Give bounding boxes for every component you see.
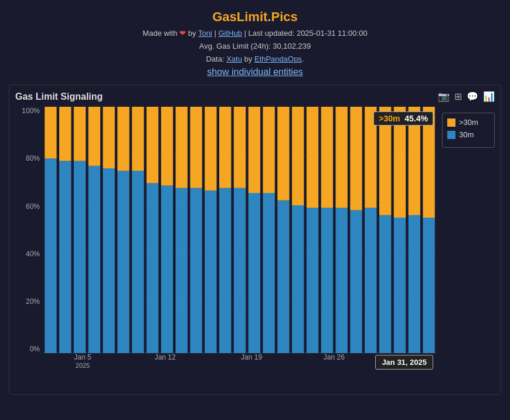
svg-rect-54 bbox=[277, 201, 289, 353]
svg-rect-40 bbox=[205, 107, 216, 191]
svg-rect-30 bbox=[161, 186, 173, 354]
chat-icon[interactable]: 💬 bbox=[467, 91, 478, 102]
svg-rect-49 bbox=[249, 107, 260, 193]
legend-color-blue bbox=[447, 131, 455, 139]
svg-rect-64 bbox=[321, 107, 333, 208]
svg-rect-13 bbox=[74, 107, 86, 161]
svg-rect-57 bbox=[292, 205, 304, 353]
svg-rect-37 bbox=[190, 107, 202, 188]
author-link[interactable]: Toni bbox=[198, 29, 212, 38]
svg-rect-67 bbox=[336, 107, 348, 208]
avg-gas-text: Avg. Gas Limit (24h): 30,102,239 bbox=[199, 42, 311, 50]
chart-container: Gas Limit Signaling 📷 ⊞ 💬 📊 100% 80% 60%… bbox=[9, 84, 501, 395]
x-label-jan5: Jan 52025 bbox=[74, 353, 91, 370]
svg-rect-15 bbox=[89, 166, 100, 353]
svg-rect-18 bbox=[103, 168, 114, 353]
x-label-jan12: Jan 12 bbox=[155, 353, 176, 361]
github-link[interactable]: GitHub bbox=[218, 29, 242, 38]
x-label-jan19: Jan 19 bbox=[241, 353, 262, 361]
y-label-20: 20% bbox=[15, 297, 43, 306]
svg-rect-34 bbox=[176, 107, 188, 188]
svg-rect-31 bbox=[161, 107, 173, 185]
last-updated: Last updated: 2025-01-31 11:00:00 bbox=[249, 29, 368, 38]
svg-rect-36 bbox=[190, 188, 202, 353]
svg-rect-9 bbox=[59, 161, 71, 354]
y-axis: 100% 80% 60% 40% 20% 0% bbox=[15, 107, 43, 353]
bar-icon[interactable]: 📊 bbox=[483, 91, 495, 102]
site-title: GasLimit.Pics bbox=[9, 9, 501, 25]
x-label-jan26: Jan 26 bbox=[324, 353, 345, 361]
y-label-60: 60% bbox=[15, 202, 43, 211]
svg-rect-45 bbox=[234, 188, 246, 353]
svg-rect-10 bbox=[59, 107, 71, 161]
y-label-80: 80% bbox=[15, 154, 43, 162]
tooltip-value: 45.4% bbox=[404, 114, 428, 123]
chart-title: Gas Limit Signaling bbox=[15, 92, 103, 102]
camera-icon[interactable]: 📷 bbox=[438, 91, 450, 102]
by2-text: by bbox=[244, 55, 253, 63]
tooltip-box: >30m 45.4% bbox=[373, 111, 433, 126]
by-text: by bbox=[188, 29, 196, 38]
svg-rect-69 bbox=[350, 211, 362, 354]
svg-rect-63 bbox=[321, 208, 333, 353]
svg-rect-72 bbox=[365, 208, 376, 353]
xatu-link[interactable]: Xatu bbox=[226, 55, 242, 63]
svg-rect-70 bbox=[350, 107, 362, 210]
svg-rect-22 bbox=[117, 107, 129, 171]
y-label-0: 0% bbox=[15, 345, 43, 353]
svg-rect-42 bbox=[219, 188, 231, 353]
show-entities-wrap: show individual entities bbox=[9, 67, 501, 77]
ethpanda-link[interactable]: EthPandaOps bbox=[254, 55, 302, 63]
svg-rect-33 bbox=[176, 188, 188, 353]
chart-legend: >30m 30m bbox=[442, 113, 495, 148]
svg-rect-7 bbox=[45, 107, 56, 158]
made-with-text: Made with bbox=[142, 29, 177, 38]
svg-rect-43 bbox=[219, 107, 231, 188]
svg-rect-81 bbox=[409, 215, 420, 353]
chart-area: 100% 80% 60% 40% 20% 0% >30m 45.4% bbox=[15, 107, 495, 388]
legend-label-orange: >30m bbox=[459, 118, 478, 127]
svg-rect-16 bbox=[89, 107, 100, 166]
data-line: Data: Xatu by EthPandaOps. bbox=[9, 53, 501, 66]
heart-icon: ❤ bbox=[179, 29, 186, 38]
svg-rect-78 bbox=[394, 218, 406, 353]
svg-rect-6 bbox=[45, 158, 56, 353]
svg-rect-28 bbox=[147, 107, 158, 183]
svg-rect-12 bbox=[74, 161, 86, 354]
y-label-40: 40% bbox=[15, 250, 43, 258]
svg-rect-55 bbox=[277, 107, 289, 201]
svg-rect-48 bbox=[249, 193, 260, 353]
svg-rect-39 bbox=[205, 191, 216, 353]
svg-rect-27 bbox=[147, 183, 158, 353]
legend-item-orange: >30m bbox=[447, 118, 489, 127]
y-label-100: 100% bbox=[15, 107, 43, 115]
date-tooltip: Jan 31, 2025 bbox=[375, 355, 433, 370]
legend-color-orange bbox=[447, 118, 455, 127]
data-label: Data: bbox=[206, 55, 224, 63]
svg-rect-58 bbox=[292, 107, 304, 205]
svg-rect-75 bbox=[379, 215, 391, 353]
svg-rect-52 bbox=[263, 107, 274, 193]
subtitle-line1: Made with ❤ by Toni | GitHub | Last upda… bbox=[9, 27, 501, 40]
show-entities-link[interactable]: show individual entities bbox=[207, 67, 303, 77]
svg-rect-61 bbox=[307, 107, 318, 208]
svg-rect-66 bbox=[336, 208, 348, 353]
avg-gas-line: Avg. Gas Limit (24h): 30,102,239 bbox=[9, 40, 501, 53]
svg-rect-84 bbox=[423, 218, 434, 353]
chart-toolbar: 📷 ⊞ 💬 📊 bbox=[438, 91, 495, 102]
chart-bars bbox=[43, 107, 436, 353]
svg-rect-21 bbox=[117, 171, 129, 353]
legend-item-blue: 30m bbox=[447, 130, 489, 139]
chart-header: Gas Limit Signaling 📷 ⊞ 💬 📊 bbox=[15, 91, 495, 102]
grid-icon[interactable]: ⊞ bbox=[454, 91, 462, 102]
svg-rect-60 bbox=[307, 208, 318, 353]
svg-rect-51 bbox=[263, 193, 274, 353]
tooltip-label: >30m bbox=[379, 114, 400, 123]
svg-rect-25 bbox=[132, 107, 144, 171]
svg-rect-24 bbox=[132, 171, 144, 353]
svg-rect-46 bbox=[234, 107, 246, 188]
svg-rect-19 bbox=[103, 107, 114, 168]
legend-label-blue: 30m bbox=[459, 130, 474, 139]
page-header: GasLimit.Pics Made with ❤ by Toni | GitH… bbox=[9, 9, 501, 77]
